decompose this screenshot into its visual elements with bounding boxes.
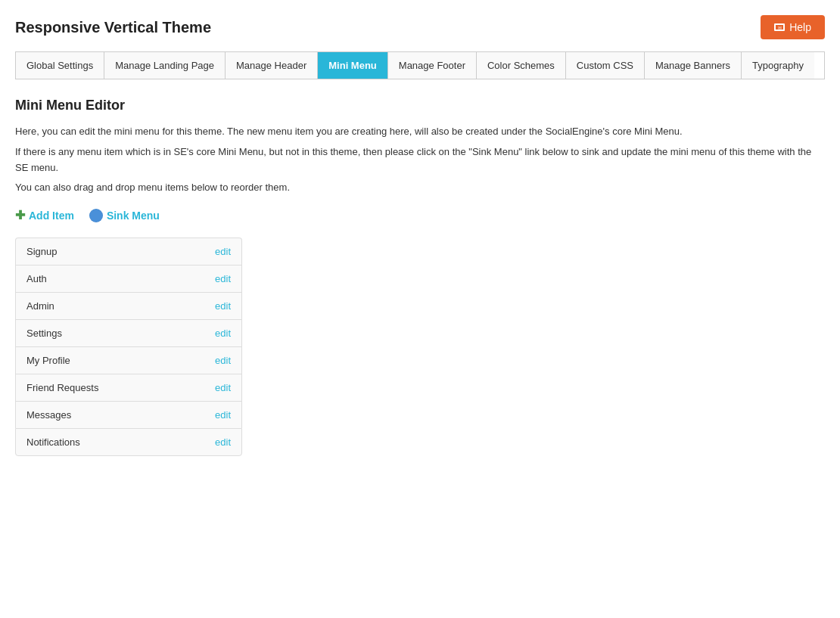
menu-list: Signup edit Auth edit Admin edit Setting… bbox=[15, 238, 242, 456]
sink-menu-icon bbox=[89, 209, 103, 222]
menu-item-notifications: Notifications edit bbox=[15, 428, 242, 456]
menu-item-settings: Settings edit bbox=[15, 319, 242, 346]
help-button[interactable]: ✉ Help bbox=[761, 15, 825, 39]
menu-item-messages: Messages edit bbox=[15, 401, 242, 428]
help-label: Help bbox=[789, 21, 811, 33]
menu-item-edit-messages[interactable]: edit bbox=[215, 409, 231, 421]
menu-item-edit-my-profile[interactable]: edit bbox=[215, 355, 231, 366]
page-title: Responsive Vertical Theme bbox=[15, 19, 211, 36]
tab-manage-footer[interactable]: Manage Footer bbox=[388, 52, 477, 79]
sink-menu-label: Sink Menu bbox=[107, 210, 160, 222]
header-row: Responsive Vertical Theme ✉ Help bbox=[15, 15, 825, 39]
menu-item-auth: Auth edit bbox=[15, 265, 242, 292]
menu-item-label-signup: Signup bbox=[26, 246, 57, 257]
email-icon: ✉ bbox=[774, 23, 785, 31]
add-item-link[interactable]: ✚ Add Item bbox=[15, 208, 74, 222]
menu-item-edit-signup[interactable]: edit bbox=[215, 246, 231, 257]
tab-global-settings[interactable]: Global Settings bbox=[16, 52, 104, 79]
menu-item-label-admin: Admin bbox=[26, 300, 54, 312]
menu-item-label-settings: Settings bbox=[26, 328, 62, 339]
menu-item-edit-notifications[interactable]: edit bbox=[215, 436, 231, 448]
menu-item-admin: Admin edit bbox=[15, 292, 242, 319]
add-icon: ✚ bbox=[15, 208, 25, 222]
actions-row: ✚ Add Item Sink Menu bbox=[15, 208, 825, 222]
menu-item-label-my-profile: My Profile bbox=[26, 355, 70, 366]
tab-manage-landing-page[interactable]: Manage Landing Page bbox=[104, 52, 226, 79]
description-3: You can also drag and drop menu items be… bbox=[15, 180, 825, 196]
section-title: Mini Menu Editor bbox=[15, 98, 825, 113]
description-1: Here, you can edit the mini menu for thi… bbox=[15, 124, 825, 140]
tab-manage-header[interactable]: Manage Header bbox=[226, 52, 318, 79]
menu-item-signup: Signup edit bbox=[15, 238, 242, 265]
menu-item-edit-settings[interactable]: edit bbox=[215, 328, 231, 339]
menu-item-edit-auth[interactable]: edit bbox=[215, 273, 231, 284]
menu-item-label-auth: Auth bbox=[26, 273, 47, 284]
tab-typography[interactable]: Typography bbox=[742, 52, 814, 79]
menu-item-label-messages: Messages bbox=[26, 409, 71, 421]
add-item-label: Add Item bbox=[29, 210, 74, 222]
page-wrapper: Responsive Vertical Theme ✉ Help Global … bbox=[0, 0, 840, 618]
sink-menu-link[interactable]: Sink Menu bbox=[89, 209, 160, 222]
tab-color-schemes[interactable]: Color Schemes bbox=[477, 52, 566, 79]
menu-item-friend-requests: Friend Requests edit bbox=[15, 374, 242, 401]
description-2: If there is any menu item which is in SE… bbox=[15, 144, 825, 176]
menu-item-edit-admin[interactable]: edit bbox=[215, 300, 231, 312]
tabs-row: Global Settings Manage Landing Page Mana… bbox=[15, 51, 825, 79]
tab-manage-banners[interactable]: Manage Banners bbox=[645, 52, 742, 79]
menu-item-label-friend-requests: Friend Requests bbox=[26, 382, 98, 393]
tab-mini-menu[interactable]: Mini Menu bbox=[318, 52, 388, 79]
menu-item-label-notifications: Notifications bbox=[26, 436, 80, 448]
menu-item-my-profile: My Profile edit bbox=[15, 346, 242, 374]
menu-item-edit-friend-requests[interactable]: edit bbox=[215, 382, 231, 393]
tab-custom-css[interactable]: Custom CSS bbox=[566, 52, 645, 79]
